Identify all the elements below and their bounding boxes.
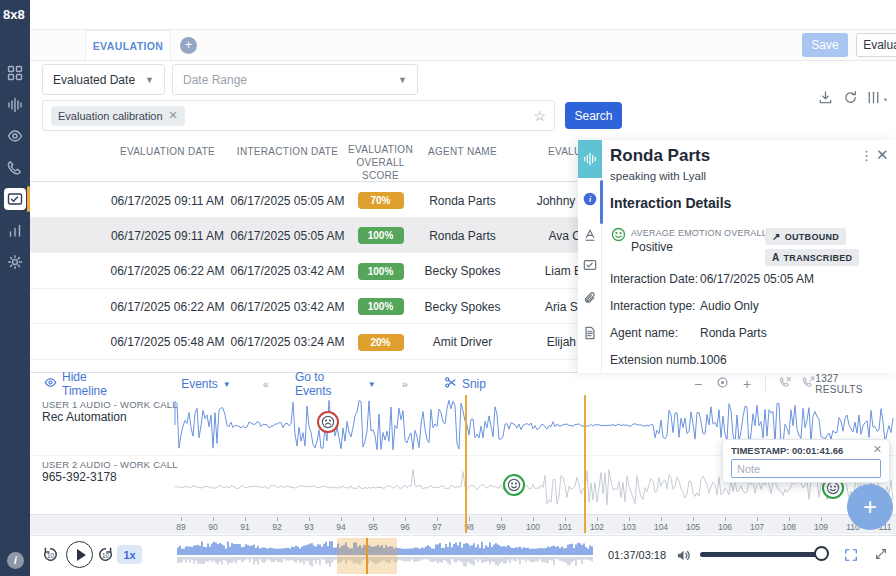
table-row[interactable]: 06/17/2025 06:22 AM06/17/2025 03:42 AM10…: [30, 289, 670, 324]
note-input[interactable]: [731, 459, 881, 478]
playback-speed[interactable]: 1x: [117, 545, 142, 564]
table-cell: 06/17/2025 06:22 AM: [95, 289, 240, 324]
sidebar-item-calls[interactable]: [0, 153, 30, 183]
note-cursor-line[interactable]: [584, 395, 586, 533]
sidebar-item-monitoring[interactable]: [0, 121, 30, 151]
timestamp-tooltip: TIMESTAMP: 00:01:41.66 ✕: [722, 439, 890, 483]
chip-remove-icon[interactable]: ✕: [169, 109, 178, 122]
expand-icon[interactable]: [874, 547, 888, 565]
column-header[interactable]: EVALUATION OVERALL SCORE: [338, 143, 423, 182]
smiley-icon: [611, 227, 626, 246]
document-tab[interactable]: [578, 318, 602, 348]
emotion-value: Positive: [631, 240, 673, 254]
ruler-tick: [309, 517, 310, 521]
ruler-tick: [277, 517, 278, 521]
close-icon[interactable]: ✕: [876, 146, 889, 164]
columns-menu-dot: [884, 98, 887, 101]
date-range-placeholder: Date Range: [183, 73, 247, 87]
table-cell: 06/17/2025 03:42 AM: [225, 254, 350, 289]
filter-chip[interactable]: Evaluation calibration ✕: [51, 106, 185, 126]
snip-button[interactable]: Snip: [444, 376, 486, 392]
monitoring-icon: [7, 128, 23, 144]
hide-timeline-button[interactable]: Hide Timeline: [44, 370, 133, 398]
ruler-tick: [693, 517, 694, 521]
sidebar-item-settings[interactable]: [0, 247, 30, 277]
next-event-button[interactable]: »: [402, 378, 408, 390]
filter-chip-box[interactable]: Evaluation calibration ✕ ☆: [42, 100, 555, 131]
top-bar: [30, 0, 896, 30]
sidebar-item-dashboard[interactable]: [0, 58, 30, 88]
overview-playhead[interactable]: [366, 538, 368, 574]
tab-bar: EVAULATION + Save Evaluate: [30, 30, 896, 61]
transcript-tab[interactable]: [578, 220, 602, 250]
ruler-label: 92: [262, 522, 292, 532]
negative-emotion-marker[interactable]: [317, 411, 339, 433]
column-header[interactable]: EVALUATION DATE: [95, 145, 240, 158]
volume-slider[interactable]: [700, 552, 828, 557]
play-button[interactable]: [66, 541, 93, 568]
badge-icon: A: [772, 252, 780, 263]
sidebar-item-interactions[interactable]: [0, 90, 30, 120]
add-note-fab[interactable]: +: [847, 484, 893, 530]
audio-wave-tab[interactable]: [578, 140, 602, 178]
tab-evaluation[interactable]: EVAULATION: [85, 30, 171, 60]
ruler-label: 90: [198, 522, 228, 532]
forward-10-icon[interactable]: 10: [97, 546, 114, 567]
score-badge: 20%: [338, 325, 423, 360]
kebab-menu-icon[interactable]: ⋮: [860, 148, 874, 163]
sidebar-item-analytics[interactable]: [0, 216, 30, 246]
volume-icon[interactable]: [676, 548, 691, 567]
panel-tab-strip: i: [578, 140, 602, 373]
event-cursor-line[interactable]: [465, 395, 467, 533]
rewind-10-icon[interactable]: 10: [42, 546, 59, 567]
column-header[interactable]: INTERACTION DATE: [225, 145, 350, 158]
panel-scrollbar[interactable]: [600, 180, 603, 224]
table-row[interactable]: 06/17/2025 06:22 AM06/17/2025 03:42 AM10…: [30, 254, 670, 289]
prev-event-button[interactable]: «: [263, 378, 269, 390]
table-row[interactable]: 06/17/2025 09:11 AM06/17/2025 05:05 AM70…: [30, 183, 670, 218]
events-dropdown[interactable]: Events ▼: [181, 377, 231, 391]
download-icon[interactable]: [818, 90, 835, 107]
tooltip-close-icon[interactable]: ✕: [873, 443, 882, 456]
ruler-label: 99: [486, 522, 516, 532]
table-cell: 06/17/2025 05:05 AM: [225, 183, 350, 218]
fit-screen-icon[interactable]: [844, 548, 858, 566]
info-icon[interactable]: i: [7, 552, 24, 569]
score-badge: 100%: [338, 254, 423, 289]
ruler-tick: [373, 517, 374, 521]
badge-transcribed: ATRANSCRIBED: [765, 249, 859, 266]
evaluated-date-select[interactable]: Evaluated Date ▼: [42, 64, 165, 95]
sidebar-item-evaluations[interactable]: [0, 184, 30, 214]
search-button[interactable]: Search: [565, 102, 622, 129]
ruler-label: 93: [294, 522, 324, 532]
volume-knob[interactable]: [814, 546, 829, 561]
ruler-tick: [245, 517, 246, 521]
table-row[interactable]: 06/17/2025 09:11 AM06/17/2025 05:05 AM10…: [30, 218, 670, 253]
table-row[interactable]: 06/17/2025 05:48 AM06/17/2025 03:24 AM20…: [30, 325, 670, 360]
attachment-tab[interactable]: [578, 283, 602, 313]
ruler-label: 97: [422, 522, 452, 532]
column-header[interactable]: AGENT NAME: [415, 145, 510, 158]
ruler-label: 94: [326, 522, 356, 532]
refresh-icon[interactable]: [843, 90, 860, 107]
eye-icon: [44, 376, 57, 392]
detail-row: Agent name: Ronda Parts: [610, 326, 880, 353]
date-range-select[interactable]: Date Range ▼: [172, 64, 418, 95]
positive-emotion-marker[interactable]: [503, 474, 525, 496]
evaluated-date-value: Evaluated Date: [53, 73, 135, 87]
timestamp-label: TIMESTAMP: 00:01:41.66: [731, 445, 843, 456]
timeline-ruler[interactable]: 8990919293949596979899100101102103104105…: [30, 514, 896, 534]
info-tab[interactable]: i: [578, 184, 602, 214]
dashboard-icon: [7, 65, 23, 81]
go-to-events-dropdown[interactable]: Go to Events ▼: [295, 370, 376, 398]
save-button[interactable]: Save: [802, 33, 848, 57]
add-tab-button[interactable]: +: [180, 37, 197, 54]
evaluation-tab[interactable]: [578, 250, 602, 280]
interactions-icon: [7, 97, 23, 113]
ruler-tick: [597, 517, 598, 521]
section-title: Interaction Details: [610, 195, 731, 211]
columns-icon[interactable]: [866, 90, 883, 107]
favorite-star-icon[interactable]: ☆: [533, 108, 546, 124]
detail-label: Interaction type:: [610, 299, 695, 313]
evaluate-button[interactable]: Evaluate: [856, 33, 896, 57]
